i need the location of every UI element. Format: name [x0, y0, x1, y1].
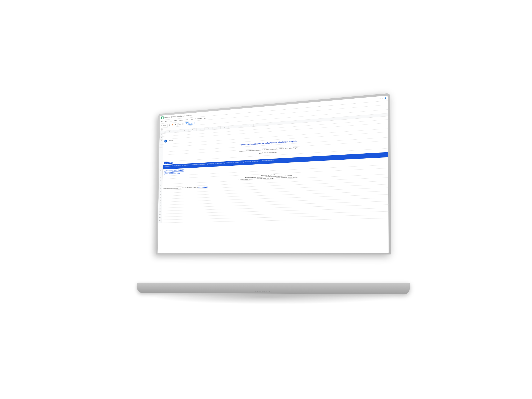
subtext-line2: Download to edit your own copy.: [259, 151, 277, 154]
row-num-17: 17: [158, 196, 162, 199]
account-icon[interactable]: 👤: [384, 97, 386, 99]
move-icon[interactable]: ⊙: [382, 98, 383, 100]
sheets-icon-doc: [162, 117, 163, 119]
row-num-3: 3: [159, 139, 163, 145]
row-num-5: 5: [159, 147, 163, 152]
row-num-23: 23: [158, 214, 162, 217]
row-num-4: 4: [159, 145, 163, 148]
menu-file[interactable]: File: [161, 120, 164, 123]
row-num-19: 19: [158, 202, 162, 205]
row-num-6: 6: [159, 152, 163, 155]
title-bar-icons: ☆ ⊙ 👤: [380, 97, 386, 100]
spreadsheet-content: 1 2 3: [158, 116, 388, 253]
google-sheets-app: WriterZen Editorial Calendar: Free Templ…: [158, 95, 388, 253]
screen-content: WriterZen Editorial Calendar: Free Templ…: [158, 95, 388, 253]
laptop-lid: WriterZen Editorial Calendar: Free Templ…: [156, 93, 391, 254]
undo-btn[interactable]: ↩: [175, 123, 177, 126]
row-num-9: 9: [159, 165, 163, 170]
menus-label: Menus: [163, 125, 166, 127]
row-num-25: 25: [158, 220, 162, 223]
menu-edit[interactable]: Edit: [165, 120, 168, 122]
row-num-20: 20: [158, 205, 162, 208]
star-icon[interactable]: ☆: [380, 98, 381, 100]
laptop-base: MacBook Pro: [137, 283, 410, 294]
free-materials-end: .: [208, 186, 208, 187]
row-num-22: 22: [158, 211, 162, 214]
view-only-label: View only: [188, 122, 193, 124]
row-num-11: 11: [159, 176, 163, 179]
academy-text-label: Academy: [168, 140, 173, 142]
col-header-a: A: [163, 131, 166, 133]
toolbar-divider-1: [167, 124, 168, 127]
free-materials-text: For more free materials and guides, expl…: [164, 187, 197, 189]
eye-icon: 👁: [186, 123, 188, 125]
menu-icon: ☰: [161, 125, 162, 127]
menu-extensions[interactable]: Extensions: [195, 117, 202, 120]
row-num-24: 24: [158, 217, 162, 220]
row-num-8: 8: [159, 162, 163, 165]
menu-help[interactable]: Help: [203, 117, 207, 119]
row-num-1: 1: [160, 133, 163, 137]
laptop: WriterZen Editorial Calendar: Free Templ…: [124, 102, 408, 297]
menu-insert[interactable]: Insert: [174, 119, 178, 122]
menu-format[interactable]: Format: [179, 119, 184, 121]
toolbar-divider-2: [177, 123, 178, 126]
toolbar-divider-3: [183, 122, 184, 125]
row-num-10: 10: [159, 170, 163, 176]
start-here-label: START HERE: [165, 162, 172, 164]
menu-tools[interactable]: Tools: [190, 118, 194, 120]
row-num-15: 15: [158, 190, 162, 193]
scene: WriterZen Editorial Calendar: Free Templ…: [18, 13, 514, 386]
row-num-2: 2: [160, 137, 163, 140]
formula-divider: [166, 128, 166, 130]
row-num-21: 21: [158, 208, 162, 211]
free-materials-link[interactable]: WriterZen Academy: [198, 186, 208, 188]
academy-logo-icon: Z: [165, 139, 167, 143]
row-num-12: 12: [159, 179, 162, 184]
svg-text:Z: Z: [165, 141, 166, 142]
row-num-14: 14: [159, 187, 162, 190]
academy-logo: Z Academy: [165, 139, 173, 143]
laptop-model-label: MacBook Pro: [255, 291, 270, 293]
writerzen-icon-svg: Z: [165, 140, 166, 142]
sheets-app-icon: [161, 116, 164, 119]
zoom-select[interactable]: 100%: [178, 123, 183, 125]
screen-bezel: WriterZen Editorial Calendar: Free Templ…: [158, 95, 388, 253]
subtext-rest: to edit your own copy.: [265, 152, 277, 153]
menu-view[interactable]: View: [169, 120, 172, 122]
paint-format-btn[interactable]: 🎨: [171, 124, 174, 126]
row-num-13: 13: [159, 184, 162, 187]
row-num-header: [160, 131, 163, 134]
view-only-button[interactable]: 👁 View only: [185, 122, 195, 125]
start-here-banner: START HERE: [164, 162, 172, 164]
row-num-16: 16: [158, 193, 162, 196]
menus-button[interactable]: ☰ Menus: [161, 124, 167, 127]
cell-reference[interactable]: S27: [161, 128, 165, 131]
row-num-18: 18: [158, 199, 162, 202]
download-bold-text: Download: [259, 152, 265, 154]
print-btn[interactable]: 🖨: [168, 124, 171, 126]
row-num-7: 7: [159, 155, 163, 162]
menu-data[interactable]: Data: [185, 119, 189, 121]
